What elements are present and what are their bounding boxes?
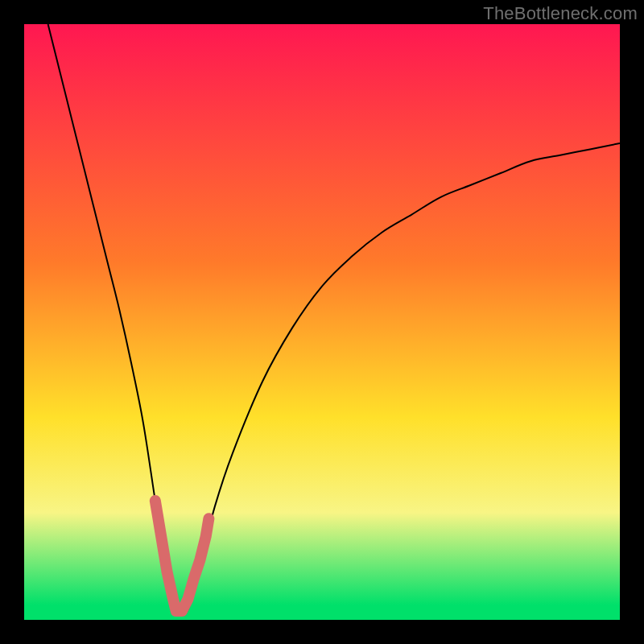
chart-frame: TheBottleneck.com	[0, 0, 644, 644]
plot-area	[24, 24, 620, 620]
gradient-background	[24, 24, 620, 620]
watermark-text: TheBottleneck.com	[483, 3, 638, 24]
bottleneck-chart	[24, 24, 620, 620]
